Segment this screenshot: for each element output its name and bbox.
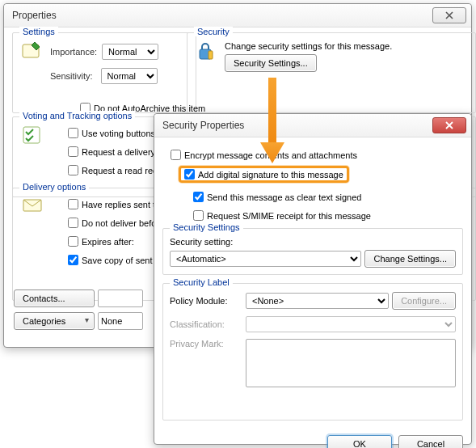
sign-label: Add digital signature to this message bbox=[198, 170, 343, 180]
security-label-group: Security Label Policy Module: <None> Con… bbox=[162, 283, 463, 421]
security-settings-group: Security Settings Security setting: <Aut… bbox=[162, 228, 463, 275]
group-legend: Settings bbox=[19, 27, 58, 36]
contacts-button[interactable]: Contacts... bbox=[14, 290, 95, 307]
cleartext-label: Send this message as clear text signed bbox=[207, 192, 361, 202]
sensitivity-label: Sensitivity: bbox=[50, 71, 93, 81]
privacy-textarea bbox=[246, 339, 456, 387]
encrypt-label: Encrypt message contents and attachments bbox=[184, 150, 357, 160]
sign-highlight: Add digital signature to this message bbox=[179, 166, 349, 183]
delivery-receipt-checkbox[interactable] bbox=[68, 146, 78, 157]
importance-label: Importance: bbox=[50, 47, 97, 57]
envelope-icon bbox=[19, 197, 45, 268]
titlebar: Properties bbox=[4, 4, 471, 27]
change-settings-button[interactable]: Change Settings... bbox=[364, 250, 456, 268]
privacy-label: Privacy Mark: bbox=[170, 339, 242, 349]
group-legend: Delivery options bbox=[19, 182, 89, 192]
use-voting-label: Use voting buttons: bbox=[82, 129, 158, 138]
settings-group: Settings Importance: Normal Sensitivity: bbox=[12, 32, 196, 113]
policy-label: Policy Module: bbox=[170, 296, 242, 306]
policy-select[interactable]: <None> bbox=[246, 293, 389, 309]
close-icon[interactable] bbox=[432, 117, 466, 133]
security-group: Security Change security settings for th… bbox=[187, 32, 476, 113]
read-receipt-checkbox[interactable] bbox=[68, 165, 78, 175]
security-setting-label: Security setting: bbox=[170, 237, 456, 247]
classification-select bbox=[246, 316, 456, 332]
classification-label: Classification: bbox=[170, 319, 242, 329]
svg-rect-2 bbox=[209, 51, 213, 59]
categories-input[interactable] bbox=[98, 312, 143, 330]
cancel-button[interactable]: Cancel bbox=[398, 435, 463, 448]
group-legend: Voting and Tracking options bbox=[19, 111, 135, 120]
note-icon bbox=[19, 41, 45, 87]
ok-button[interactable]: OK bbox=[327, 435, 392, 448]
window-title: Properties bbox=[12, 10, 57, 21]
group-legend: Security Settings bbox=[170, 222, 243, 232]
smime-label: Request S/MIME receipt for this message bbox=[207, 211, 371, 221]
expires-label: Expires after: bbox=[82, 237, 134, 247]
use-voting-checkbox[interactable] bbox=[68, 128, 78, 138]
encrypt-checkbox[interactable] bbox=[171, 150, 181, 160]
expires-checkbox[interactable] bbox=[68, 236, 78, 247]
group-legend: Security bbox=[194, 27, 233, 36]
group-legend: Security Label bbox=[170, 277, 233, 287]
sensitivity-select[interactable]: Normal bbox=[101, 68, 158, 84]
cleartext-checkbox[interactable] bbox=[193, 192, 204, 202]
replies-label: Have replies sent to: bbox=[82, 200, 162, 209]
window-title: Security Properties bbox=[162, 120, 244, 131]
security-properties-window: Security Properties Encrypt message cont… bbox=[154, 113, 472, 445]
security-desc: Change security settings for this messag… bbox=[225, 41, 392, 51]
categories-button[interactable]: Categories bbox=[14, 312, 95, 330]
nodeliver-checkbox[interactable] bbox=[68, 218, 78, 228]
savecopy-checkbox[interactable] bbox=[68, 255, 78, 265]
sign-checkbox[interactable] bbox=[184, 169, 195, 180]
lock-icon bbox=[194, 41, 220, 72]
replies-checkbox[interactable] bbox=[68, 199, 78, 209]
svg-rect-3 bbox=[23, 127, 40, 143]
security-setting-select[interactable]: <Automatic> bbox=[170, 251, 361, 267]
checklist-icon bbox=[19, 125, 45, 178]
titlebar: Security Properties bbox=[154, 114, 471, 137]
importance-select[interactable]: Normal bbox=[102, 44, 158, 60]
smime-checkbox[interactable] bbox=[193, 210, 204, 221]
security-settings-button[interactable]: Security Settings... bbox=[225, 54, 317, 72]
contacts-input[interactable] bbox=[98, 290, 143, 307]
close-icon[interactable] bbox=[432, 7, 466, 23]
configure-button: Configure... bbox=[392, 292, 456, 310]
